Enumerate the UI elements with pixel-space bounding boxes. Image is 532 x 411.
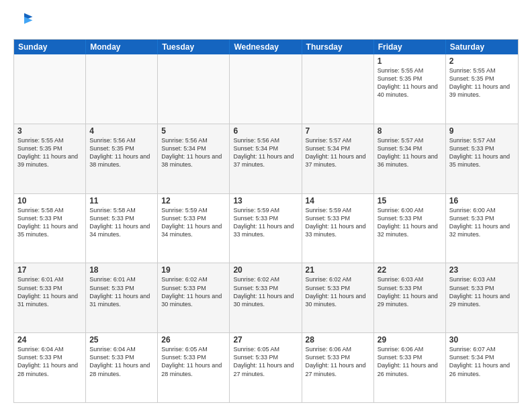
day-info: Sunrise: 5:59 AMSunset: 5:33 PMDaylight:… — [306, 206, 370, 239]
calendar-row-4: 17Sunrise: 6:01 AMSunset: 5:33 PMDayligh… — [14, 263, 518, 332]
day-info: Sunrise: 6:03 AMSunset: 5:33 PMDaylight:… — [449, 275, 515, 308]
day-number: 15 — [378, 196, 442, 205]
day-number: 1 — [378, 56, 442, 66]
logo-icon — [13, 11, 35, 32]
day-info: Sunrise: 6:00 AMSunset: 5:33 PMDaylight:… — [378, 206, 442, 239]
day-cell-14: 14Sunrise: 5:59 AMSunset: 5:33 PMDayligh… — [302, 194, 374, 263]
day-info: Sunrise: 6:04 AMSunset: 5:33 PMDaylight:… — [89, 345, 154, 378]
day-cell-9: 9Sunrise: 5:57 AMSunset: 5:33 PMDaylight… — [446, 124, 518, 193]
day-info: Sunrise: 6:05 AMSunset: 5:33 PMDaylight:… — [161, 345, 226, 378]
day-number: 23 — [449, 265, 515, 275]
day-cell-29: 29Sunrise: 6:06 AMSunset: 5:33 PMDayligh… — [374, 333, 446, 402]
day-number: 14 — [306, 196, 370, 205]
day-info: Sunrise: 6:02 AMSunset: 5:33 PMDaylight:… — [161, 275, 226, 308]
day-number: 2 — [449, 56, 515, 66]
day-info: Sunrise: 6:01 AMSunset: 5:33 PMDaylight:… — [89, 275, 154, 308]
day-number: 24 — [17, 335, 82, 345]
day-number: 17 — [17, 265, 82, 275]
day-number: 26 — [161, 335, 226, 345]
day-cell-7: 7Sunrise: 5:57 AMSunset: 5:34 PMDaylight… — [302, 124, 374, 193]
day-cell-19: 19Sunrise: 6:02 AMSunset: 5:33 PMDayligh… — [158, 263, 230, 332]
day-header-tuesday: Tuesday — [158, 40, 230, 54]
day-info: Sunrise: 5:57 AMSunset: 5:33 PMDaylight:… — [449, 136, 515, 169]
day-number: 8 — [378, 126, 442, 136]
day-number: 28 — [306, 335, 370, 345]
day-cell-1: 1Sunrise: 5:55 AMSunset: 5:35 PMDaylight… — [374, 54, 446, 124]
day-cell-6: 6Sunrise: 5:56 AMSunset: 5:34 PMDaylight… — [230, 124, 302, 193]
calendar-row-5: 24Sunrise: 6:04 AMSunset: 5:33 PMDayligh… — [14, 332, 518, 402]
calendar-row-2: 3Sunrise: 5:55 AMSunset: 5:35 PMDaylight… — [14, 124, 518, 193]
day-number: 5 — [161, 126, 226, 136]
day-number: 22 — [378, 265, 442, 275]
day-info: Sunrise: 6:00 AMSunset: 5:33 PMDaylight:… — [449, 206, 515, 239]
day-info: Sunrise: 5:55 AMSunset: 5:35 PMDaylight:… — [449, 66, 515, 99]
day-number: 27 — [233, 335, 298, 345]
day-number: 7 — [306, 126, 370, 136]
day-cell-10: 10Sunrise: 5:58 AMSunset: 5:33 PMDayligh… — [14, 194, 86, 263]
day-number: 10 — [17, 196, 82, 205]
day-cell-15: 15Sunrise: 6:00 AMSunset: 5:33 PMDayligh… — [374, 194, 446, 263]
empty-cell — [14, 54, 86, 124]
day-cell-26: 26Sunrise: 6:05 AMSunset: 5:33 PMDayligh… — [158, 333, 230, 402]
day-header-friday: Friday — [374, 40, 446, 54]
day-header-thursday: Thursday — [302, 40, 374, 54]
day-number: 29 — [378, 335, 442, 345]
day-info: Sunrise: 6:05 AMSunset: 5:33 PMDaylight:… — [233, 345, 298, 378]
day-info: Sunrise: 5:59 AMSunset: 5:33 PMDaylight:… — [161, 206, 226, 239]
calendar-header-row: SundayMondayTuesdayWednesdayThursdayFrid… — [14, 40, 518, 54]
day-cell-18: 18Sunrise: 6:01 AMSunset: 5:33 PMDayligh… — [86, 263, 158, 332]
header — [13, 11, 519, 32]
day-cell-25: 25Sunrise: 6:04 AMSunset: 5:33 PMDayligh… — [86, 333, 158, 402]
day-info: Sunrise: 6:01 AMSunset: 5:33 PMDaylight:… — [17, 275, 82, 308]
day-cell-4: 4Sunrise: 5:56 AMSunset: 5:35 PMDaylight… — [86, 124, 158, 193]
day-cell-11: 11Sunrise: 5:58 AMSunset: 5:33 PMDayligh… — [86, 194, 158, 263]
day-number: 16 — [449, 196, 515, 205]
day-cell-16: 16Sunrise: 6:00 AMSunset: 5:33 PMDayligh… — [446, 194, 518, 263]
day-info: Sunrise: 5:58 AMSunset: 5:33 PMDaylight:… — [89, 206, 154, 239]
day-header-monday: Monday — [86, 40, 158, 54]
day-cell-3: 3Sunrise: 5:55 AMSunset: 5:35 PMDaylight… — [14, 124, 86, 193]
calendar: SundayMondayTuesdayWednesdayThursdayFrid… — [13, 39, 519, 403]
day-cell-28: 28Sunrise: 6:06 AMSunset: 5:33 PMDayligh… — [302, 333, 374, 402]
day-cell-24: 24Sunrise: 6:04 AMSunset: 5:33 PMDayligh… — [14, 333, 86, 402]
day-info: Sunrise: 5:55 AMSunset: 5:35 PMDaylight:… — [378, 66, 442, 99]
day-number: 18 — [89, 265, 154, 275]
day-number: 3 — [17, 126, 82, 136]
day-number: 12 — [161, 196, 226, 205]
day-info: Sunrise: 5:56 AMSunset: 5:34 PMDaylight:… — [161, 136, 226, 169]
day-cell-23: 23Sunrise: 6:03 AMSunset: 5:33 PMDayligh… — [446, 263, 518, 332]
day-cell-5: 5Sunrise: 5:56 AMSunset: 5:34 PMDaylight… — [158, 124, 230, 193]
day-info: Sunrise: 6:06 AMSunset: 5:33 PMDaylight:… — [378, 345, 442, 378]
day-info: Sunrise: 6:02 AMSunset: 5:33 PMDaylight:… — [233, 275, 298, 308]
empty-cell — [158, 54, 230, 124]
day-number: 9 — [449, 126, 515, 136]
day-header-saturday: Saturday — [446, 40, 518, 54]
day-cell-22: 22Sunrise: 6:03 AMSunset: 5:33 PMDayligh… — [374, 263, 446, 332]
day-number: 11 — [89, 196, 154, 205]
day-cell-2: 2Sunrise: 5:55 AMSunset: 5:35 PMDaylight… — [446, 54, 518, 124]
day-header-wednesday: Wednesday — [230, 40, 302, 54]
day-cell-12: 12Sunrise: 5:59 AMSunset: 5:33 PMDayligh… — [158, 194, 230, 263]
day-info: Sunrise: 5:57 AMSunset: 5:34 PMDaylight:… — [306, 136, 370, 169]
day-number: 19 — [161, 265, 226, 275]
day-cell-8: 8Sunrise: 5:57 AMSunset: 5:34 PMDaylight… — [374, 124, 446, 193]
day-info: Sunrise: 6:06 AMSunset: 5:33 PMDaylight:… — [306, 345, 370, 378]
calendar-row-1: 1Sunrise: 5:55 AMSunset: 5:35 PMDaylight… — [14, 54, 518, 124]
day-cell-21: 21Sunrise: 6:02 AMSunset: 5:33 PMDayligh… — [302, 263, 374, 332]
day-info: Sunrise: 5:55 AMSunset: 5:35 PMDaylight:… — [17, 136, 82, 169]
day-info: Sunrise: 6:03 AMSunset: 5:33 PMDaylight:… — [378, 275, 442, 308]
day-number: 30 — [449, 335, 515, 345]
day-header-sunday: Sunday — [14, 40, 86, 54]
empty-cell — [86, 54, 158, 124]
day-number: 6 — [233, 126, 298, 136]
day-info: Sunrise: 6:04 AMSunset: 5:33 PMDaylight:… — [17, 345, 82, 378]
day-info: Sunrise: 5:56 AMSunset: 5:35 PMDaylight:… — [89, 136, 154, 169]
day-cell-17: 17Sunrise: 6:01 AMSunset: 5:33 PMDayligh… — [14, 263, 86, 332]
day-info: Sunrise: 5:56 AMSunset: 5:34 PMDaylight:… — [233, 136, 298, 169]
logo — [13, 11, 38, 32]
calendar-row-3: 10Sunrise: 5:58 AMSunset: 5:33 PMDayligh… — [14, 193, 518, 263]
calendar-body: 1Sunrise: 5:55 AMSunset: 5:35 PMDaylight… — [14, 54, 518, 402]
day-info: Sunrise: 5:59 AMSunset: 5:33 PMDaylight:… — [233, 206, 298, 239]
day-number: 21 — [306, 265, 370, 275]
day-number: 25 — [89, 335, 154, 345]
